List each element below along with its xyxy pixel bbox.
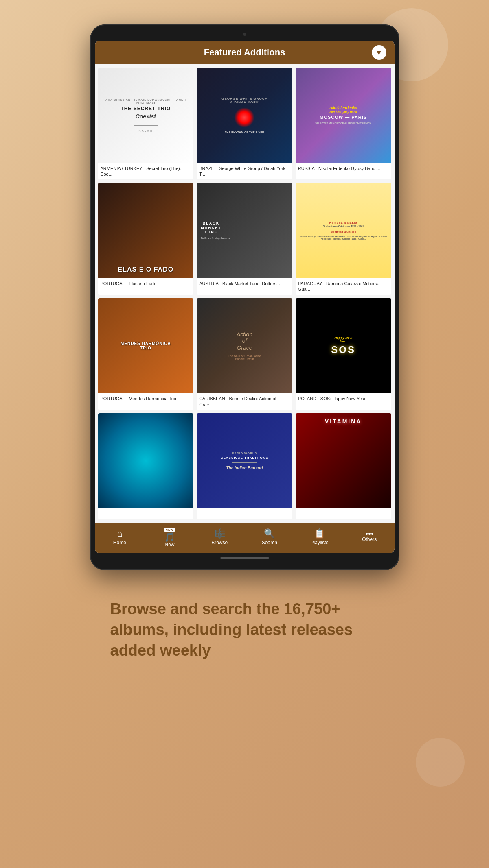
album-cover: GEORGE WHITE GROUP& DINAH YORK THE RHYTH… [197,68,292,163]
nav-item-playlists[interactable]: 📋 Playlists [294,526,344,549]
browse-icon: 🎼 [214,529,225,538]
search-icon: 🔍 [264,529,275,538]
album-cover: Nikolai Erdenkoand his Gypsy Band MOSCOW… [296,68,391,163]
album-cover: RADIO WORLD CLASSICAL TRADITIONS The Ind… [197,413,292,509]
promo-section: Browse and search the 16,750+ albums, in… [102,591,387,670]
album-label: ARMENIA / TURKEY - Secret Trio (The): Co… [98,163,194,180]
new-icon: 🎵 [164,533,175,542]
heart-button[interactable]: ♥ [372,45,386,60]
bottom-nav: ⌂ Home NEW 🎵 New 🎼 Browse 🔍 Search 📋 [95,523,395,553]
nav-item-home[interactable]: ⌂ Home [95,526,145,549]
album-cover [98,413,194,509]
album-cover: MENDES HARMÓNICATRIO [98,298,194,394]
album-item[interactable]: GEORGE WHITE GROUP& DINAH YORK THE RHYTH… [197,68,292,179]
nav-item-search[interactable]: 🔍 Search [245,526,295,549]
album-item[interactable]: ELAS E O FADO PORTUGAL - Elas e o Fado [98,183,194,294]
album-cover: ARA DINKJIAN · ISMAIL LUMANOVSKI · TANER… [98,68,194,163]
home-indicator[interactable] [220,557,269,559]
album-item[interactable]: ActionofGrace The Soul of Urban VoiceBon… [197,298,292,410]
album-cover: ActionofGrace The Soul of Urban VoiceBon… [197,298,292,394]
album-item[interactable]: ARA DINKJIAN · ISMAIL LUMANOVSKI · TANER… [98,68,194,179]
home-icon: ⌂ [117,529,122,538]
promo-text: Browse and search the 16,750+ albums, in… [110,599,379,661]
album-grid: ARA DINKJIAN · ISMAIL LUMANOVSKI · TANER… [95,64,395,523]
album-label: RUSSIA - Nikolai Erdenko Gypsy Band:... [296,163,391,174]
album-label [197,508,292,519]
tablet-device: Featured Additions ♥ ARA DINKJIAN · ISMA… [90,24,399,570]
tablet-screen: Featured Additions ♥ ARA DINKJIAN · ISMA… [95,41,395,553]
album-item[interactable]: Happy NewYear SOS POLAND - SOS: Happy Ne… [296,298,391,410]
album-item[interactable]: Nikolai Erdenkoand his Gypsy Band MOSCOW… [296,68,391,179]
tablet-camera [243,33,246,36]
nav-item-browse[interactable]: 🎼 Browse [195,526,245,549]
album-cover: ELAS E O FADO [98,183,194,278]
album-label: CARIBBEAN - Bonnie Devlin: Action of Gra… [197,393,292,410]
page-title: Featured Additions [204,47,285,58]
album-cover: Ramona Galarza Grabaciones Originales 19… [296,183,391,278]
album-label: AUSTRIA - Black Market Tune: Drifters... [197,278,292,289]
playlists-icon: 📋 [314,529,325,538]
nav-label-new: New [164,542,174,547]
nav-label-home: Home [113,540,126,545]
album-label [98,508,194,519]
album-label: BRAZIL - George White Group / Dinah York… [197,163,292,180]
nav-item-others[interactable]: Others [344,526,395,549]
album-label: PORTUGAL - Elas e o Fado [98,278,194,289]
album-item[interactable]: MENDES HARMÓNICATRIO PORTUGAL - Mendes H… [98,298,194,410]
album-label: PORTUGAL - Mendes Harmónica Trio [98,393,194,404]
nav-item-new[interactable]: NEW 🎵 New [145,526,195,549]
nav-label-others: Others [362,537,377,542]
album-cover: VITAMINA [296,413,391,509]
others-icon [366,533,373,535]
album-item[interactable]: BLACKMARKETTUNE Drifters & Vagabonds AUS… [197,183,292,294]
album-label: POLAND - SOS: Happy New Year [296,393,391,404]
album-label [296,508,391,519]
nav-label-browse: Browse [211,540,228,545]
album-item[interactable]: Ramona Galarza Grabaciones Originales 19… [296,183,391,294]
nav-label-search: Search [262,540,277,545]
album-cover: Happy NewYear SOS [296,298,391,394]
heart-icon: ♥ [377,48,381,57]
album-cover: BLACKMARKETTUNE Drifters & Vagabonds [197,183,292,278]
nav-label-playlists: Playlists [311,540,329,545]
album-item[interactable] [98,413,194,519]
album-item[interactable]: RADIO WORLD CLASSICAL TRADITIONS The Ind… [197,413,292,519]
album-label: PARAGUAY - Ramona Galarza: Mi tierra Gua… [296,278,391,295]
bg-decoration-2 [416,738,465,787]
app-header: Featured Additions ♥ [95,41,395,64]
album-item[interactable]: VITAMINA [296,413,391,519]
